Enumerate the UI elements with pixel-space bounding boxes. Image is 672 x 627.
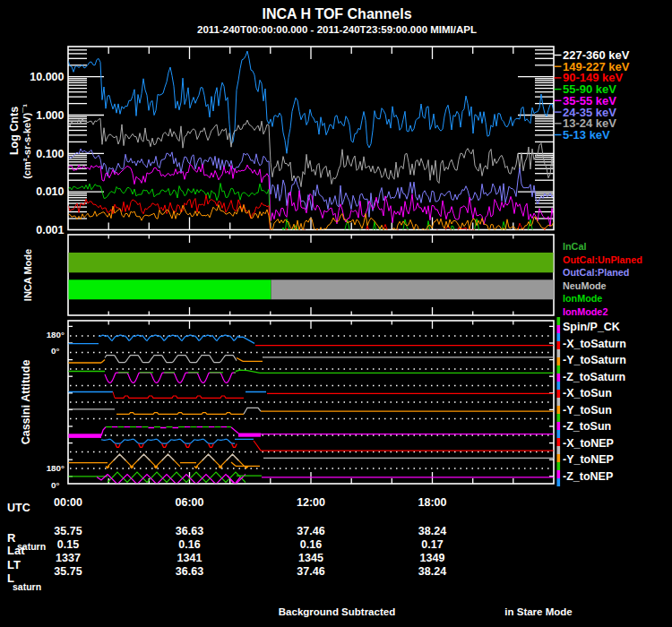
svg-text:37.46: 37.46 <box>297 565 324 578</box>
svg-text:Background Subtracted: Background Subtracted <box>279 606 395 617</box>
svg-text:Lat: Lat <box>7 544 25 557</box>
svg-text:-Y_toSun: -Y_toSun <box>563 404 612 417</box>
svg-text:-X_toSaturn: -X_toSaturn <box>563 338 626 350</box>
svg-text:00:00: 00:00 <box>54 496 82 509</box>
svg-text:-Y_toNEP: -Y_toNEP <box>563 453 614 466</box>
svg-text:38.24: 38.24 <box>418 525 446 537</box>
svg-text:NeuMode: NeuMode <box>563 280 607 291</box>
svg-text:38.24: 38.24 <box>418 565 446 578</box>
svg-text:0°: 0° <box>51 480 59 490</box>
svg-text:0.16: 0.16 <box>300 538 322 551</box>
svg-text:saturn: saturn <box>13 581 41 592</box>
svg-text:18:00: 18:00 <box>418 496 447 509</box>
svg-text:OutCal:Planed: OutCal:Planed <box>563 267 629 278</box>
svg-text:LT: LT <box>7 558 21 571</box>
svg-text:36.63: 36.63 <box>176 525 203 537</box>
svg-text:0.010: 0.010 <box>36 185 64 198</box>
svg-text:OutCal:UnPlaned: OutCal:UnPlaned <box>563 254 642 265</box>
svg-text:1345: 1345 <box>298 552 323 564</box>
svg-text:37.46: 37.46 <box>297 525 324 537</box>
svg-text:0.15: 0.15 <box>57 538 79 551</box>
svg-text:10.000: 10.000 <box>30 71 64 83</box>
svg-text:0.16: 0.16 <box>178 538 200 551</box>
svg-text:12:00: 12:00 <box>297 496 325 509</box>
svg-text:1341: 1341 <box>177 552 202 564</box>
svg-text:35.75: 35.75 <box>54 525 82 537</box>
svg-text:5-13 keV: 5-13 keV <box>563 128 610 142</box>
svg-text:-Y_toSaturn: -Y_toSaturn <box>563 354 626 366</box>
svg-text:2011-240T00:00:00.000 - 2011-2: 2011-240T00:00:00.000 - 2011-240T23:59:0… <box>197 24 477 35</box>
svg-text:in Stare Mode: in Stare Mode <box>504 606 572 617</box>
svg-text:0.17: 0.17 <box>421 538 443 551</box>
svg-text:0°: 0° <box>51 346 59 356</box>
svg-text:R: R <box>7 531 16 545</box>
svg-text:IonMode: IonMode <box>563 293 602 304</box>
svg-text:180°: 180° <box>47 463 65 473</box>
svg-text:IonMode2: IonMode2 <box>563 306 607 317</box>
svg-text:-Z_toNEP: -Z_toNEP <box>563 470 613 483</box>
svg-text:UTC: UTC <box>7 502 30 514</box>
svg-text:Spin/P_CK: Spin/P_CK <box>563 321 620 333</box>
svg-text:1.000: 1.000 <box>36 109 64 122</box>
svg-text:0.001: 0.001 <box>36 224 64 236</box>
svg-text:35.75: 35.75 <box>54 565 82 578</box>
svg-text:1349: 1349 <box>420 552 445 564</box>
svg-text:InCal: InCal <box>563 241 586 252</box>
svg-text:0.100: 0.100 <box>36 148 64 160</box>
svg-text:-Z_toSaturn: -Z_toSaturn <box>563 371 625 383</box>
svg-text:Cassini Attitude: Cassini Attitude <box>20 360 32 445</box>
svg-text:-Z_toSun: -Z_toSun <box>563 420 611 433</box>
svg-text:(cm²-sr-s-keV)¯¹: (cm²-sr-s-keV)¯¹ <box>22 104 32 179</box>
svg-text:-X_toSun: -X_toSun <box>563 387 612 399</box>
svg-text:INCA Mode: INCA Mode <box>22 249 33 301</box>
svg-text:1337: 1337 <box>56 552 81 564</box>
svg-text:36.63: 36.63 <box>176 565 203 578</box>
svg-text:180°: 180° <box>47 330 65 339</box>
svg-text:Log Cnts: Log Cnts <box>8 107 21 155</box>
svg-text:06:00: 06:00 <box>176 496 204 509</box>
svg-text:INCA H TOF Channels: INCA H TOF Channels <box>262 6 411 21</box>
svg-text:-X_toNEP: -X_toNEP <box>563 437 614 450</box>
